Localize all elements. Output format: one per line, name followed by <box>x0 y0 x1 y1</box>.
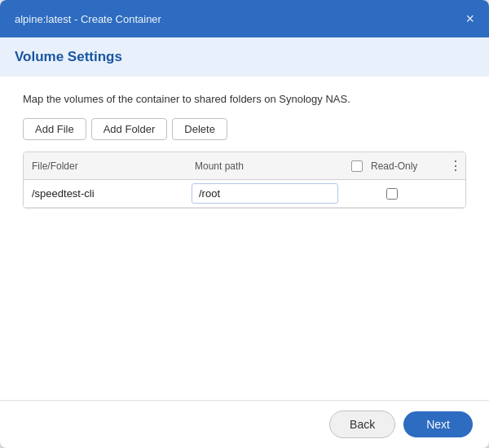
table-row: /speedtest-cli <box>24 180 465 208</box>
next-button[interactable]: Next <box>403 411 473 437</box>
read-only-cell <box>343 180 441 207</box>
create-container-dialog: alpine:latest - Create Container × Volum… <box>0 0 489 448</box>
add-file-button[interactable]: Add File <box>23 118 86 140</box>
content-area: Map the volumes of the container to shar… <box>0 77 489 400</box>
row-more-cell <box>441 180 465 207</box>
dialog-title: alpine:latest - Create Container <box>15 13 161 25</box>
mount-path-input[interactable] <box>192 183 338 204</box>
read-only-checkbox-wrapper <box>351 188 433 200</box>
delete-button[interactable]: Delete <box>172 118 227 140</box>
description-text: Map the volumes of the container to shar… <box>23 93 466 105</box>
col-header-file-folder: File/Folder <box>24 152 187 179</box>
mount-path-cell <box>187 180 343 207</box>
toolbar: Add File Add Folder Delete <box>23 118 466 140</box>
add-folder-button[interactable]: Add Folder <box>91 118 168 140</box>
file-folder-value: /speedtest-cli <box>32 187 95 200</box>
col-header-mount-path: Mount path <box>187 152 343 179</box>
col-header-more: ⋮ <box>441 152 465 179</box>
more-options-icon[interactable]: ⋮ <box>449 158 462 173</box>
table-header: File/Folder Mount path Read-Only ⋮ <box>24 152 465 180</box>
title-bar: alpine:latest - Create Container × <box>0 0 489 37</box>
section-header: Volume Settings <box>0 37 489 77</box>
read-only-checkbox[interactable] <box>386 188 398 200</box>
footer: Back Next <box>0 400 489 448</box>
back-button[interactable]: Back <box>329 411 395 438</box>
col-header-read-only: Read-Only <box>343 152 441 179</box>
file-folder-cell: /speedtest-cli <box>24 180 187 207</box>
section-title: Volume Settings <box>15 49 122 64</box>
read-only-header-checkbox[interactable] <box>351 160 363 172</box>
close-icon[interactable]: × <box>465 11 474 26</box>
volumes-table: File/Folder Mount path Read-Only ⋮ /spee… <box>23 152 466 209</box>
